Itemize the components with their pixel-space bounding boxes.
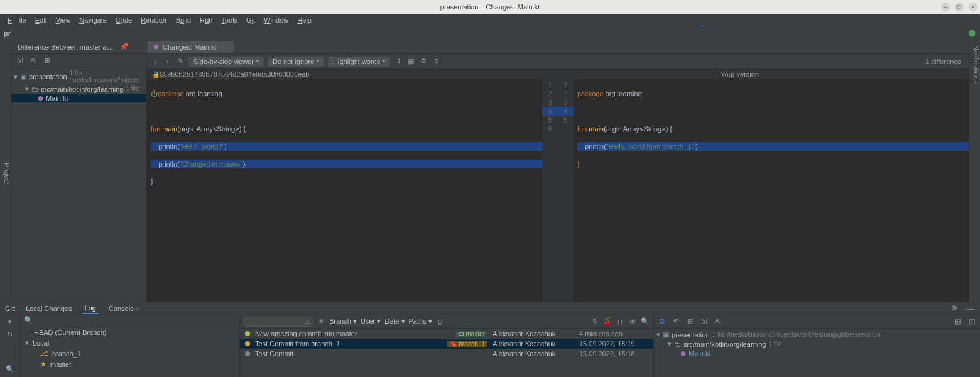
hide-icon[interactable]: —	[966, 304, 975, 313]
options-icon[interactable]: ↕↕	[616, 317, 624, 326]
tab-console[interactable]: Console »	[106, 303, 143, 314]
commit-row[interactable]: Test CommitAleksandr Kozachuk15.09.2022,…	[240, 349, 653, 359]
expand-icon[interactable]: ⇲	[699, 317, 708, 326]
highlight-dropdown[interactable]: Highlight words	[328, 57, 390, 67]
close-tab-icon[interactable]: —	[220, 43, 227, 51]
maximize-button[interactable]: □	[955, 3, 964, 11]
menu-help[interactable]: Help	[293, 15, 315, 25]
tree-file[interactable]: ⬢ Main.kt	[654, 349, 980, 358]
commit-author: Aleksandr Kozachuk	[493, 350, 574, 358]
intellisort-icon[interactable]: ⎙	[436, 317, 445, 326]
menu-window[interactable]: Window	[260, 15, 292, 25]
branch-icon: ⎇	[40, 349, 48, 358]
refresh-icon[interactable]: ↻	[6, 330, 14, 339]
left-tool-stripe[interactable]: Project	[0, 40, 11, 302]
right-pane[interactable]: package org.learning fun main(args: Arra…	[574, 79, 969, 302]
next-change-icon[interactable]: ↑	[163, 57, 172, 66]
commit-row[interactable]: New amazing commit into master🏷 masterAl…	[240, 329, 653, 339]
commit-message: Test Commit from branch_1	[255, 340, 442, 347]
diff-icon[interactable]: ⧉	[658, 317, 667, 326]
menu-view[interactable]: View	[52, 15, 75, 25]
filter-icon[interactable]: ⛬	[303, 317, 312, 326]
sidebar-toolbar: ⇲ ⇱ ⊞	[11, 54, 146, 68]
pin-icon[interactable]: 📌	[120, 43, 129, 51]
tree-folder[interactable]: ▾ 🗀 src/main/kotlin/org/learning 1 file	[11, 84, 146, 94]
viewer-dropdown[interactable]: Side-by-side viewer	[188, 57, 264, 67]
view-icon[interactable]: 👁	[628, 317, 637, 326]
collapse-icon[interactable]: ⇱	[713, 317, 722, 326]
tree-file[interactable]: ⬢ Main.kt	[11, 94, 146, 102]
branch-item[interactable]: ★master	[20, 359, 239, 369]
prev-change-icon[interactable]: ↓	[151, 57, 160, 66]
filter-user[interactable]: User ▾	[361, 317, 381, 325]
tab-log[interactable]: Log	[82, 303, 99, 314]
diff-toolbar: ↓ ↑ ✎ Side-by-side viewer Do not ignore …	[147, 54, 969, 69]
diff-count: 1 difference	[925, 58, 965, 65]
menu-git[interactable]: Git	[242, 15, 259, 25]
refresh-icon[interactable]: ↻	[591, 317, 599, 326]
menu-file[interactable]: File	[4, 15, 30, 25]
bottom-body: ✦ ↻ 🔍 🔍 HEAD (Current Branch) ▾Local ⎇br…	[0, 315, 980, 377]
collapse-icon[interactable]: ⇱	[29, 57, 38, 65]
commit-hash: 559b0b2b1488b787564d2a84e9dad0ff6d086eab	[160, 70, 309, 78]
branch-tag: 🔖 branch_1	[447, 341, 487, 347]
branch-item[interactable]: ⎇branch_1	[20, 348, 239, 359]
group-icon[interactable]: ⊞	[43, 57, 52, 65]
ignore-dropdown[interactable]: Do not ignore	[268, 57, 324, 67]
commit-dot-icon	[245, 351, 250, 356]
search-icon[interactable]: 🔍	[6, 364, 14, 373]
folder-icon: 🗀	[31, 85, 38, 93]
tree-folder[interactable]: ▾ 🗀 src/main/kotlin/org/learning 1 file	[654, 339, 980, 349]
kotlin-file-icon: ⬢	[38, 95, 43, 102]
group-icon[interactable]: ⊞	[685, 317, 694, 326]
layout-icon[interactable]: ◫	[967, 317, 976, 326]
find-icon[interactable]: 🔍	[641, 317, 650, 326]
filter-paths[interactable]: Paths ▾	[409, 317, 432, 325]
branch-search[interactable]: 🔍	[20, 315, 239, 327]
revert-icon[interactable]: ↶	[672, 317, 680, 326]
menu-edit[interactable]: Edit	[31, 15, 51, 25]
right-tool-stripe[interactable]: Notifications	[969, 40, 980, 302]
gear-icon[interactable]: ⚙	[950, 304, 959, 313]
regex-icon[interactable]: ✳	[317, 317, 325, 326]
revision-bar: 🔒 559b0b2b1488b787564d2a84e9dad0ff6d086e…	[147, 69, 969, 79]
branch-local-group[interactable]: ▾Local	[20, 337, 239, 348]
menu-tools[interactable]: Tools	[217, 15, 241, 25]
filter-branch[interactable]: Branch ▾	[329, 317, 357, 325]
left-code[interactable]: ⏻package org.learning fun main(args: Arr…	[147, 79, 542, 302]
tab-diff[interactable]: Difference Between master and branch_1 📌…	[11, 41, 146, 53]
tree-root[interactable]: ▾▣ presentation 1 file /media/kursornn/P…	[11, 69, 146, 84]
tab-changes[interactable]: ⬢ Changes: Main.kt —	[147, 41, 234, 53]
tab-local-changes[interactable]: Local Changes	[23, 303, 74, 314]
left-pane[interactable]: ⏻package org.learning fun main(args: Arr…	[147, 79, 542, 302]
ide-updates-icon[interactable]: ⬤	[967, 29, 976, 38]
collapse-unchanged-icon[interactable]: ⇕	[394, 57, 403, 66]
cherry-pick-icon[interactable]: 🍒	[603, 317, 612, 326]
right-code[interactable]: package org.learning fun main(args: Arra…	[574, 79, 969, 302]
expand-icon[interactable]: ⇲	[15, 57, 24, 65]
menu-code[interactable]: Code	[112, 15, 136, 25]
star-icon: ★	[40, 360, 46, 368]
sync-scroll-icon[interactable]: ▦	[406, 57, 415, 66]
menu-refactor[interactable]: Refactor	[137, 15, 171, 25]
window-title: presentation – Changes: Main.kt	[440, 3, 540, 11]
minimize-button[interactable]: –	[941, 3, 950, 11]
menu-run[interactable]: Run	[196, 15, 216, 25]
bottom-panel: Git: Local Changes Log Console » ⚙ — ✦ ↻…	[0, 302, 980, 377]
menu-navigate[interactable]: Navigate	[75, 15, 110, 25]
filter-date[interactable]: Date ▾	[384, 317, 405, 325]
mid-gutter: 123456 12345	[542, 79, 574, 302]
mid-gutter-right: 12345	[558, 79, 574, 302]
menu-build[interactable]: Build	[172, 15, 195, 25]
star-branch-icon[interactable]: ✦	[6, 317, 14, 326]
commit-dot-icon	[245, 341, 250, 346]
preview-icon[interactable]: ▤	[954, 317, 962, 326]
jump-source-icon[interactable]: ✎	[176, 57, 185, 66]
commit-row[interactable]: Test Commit from branch_1🔖 branch_1Aleks…	[240, 339, 653, 349]
branch-head[interactable]: HEAD (Current Branch)	[20, 327, 239, 337]
close-tab-icon[interactable]: —	[133, 43, 139, 51]
help-icon[interactable]: ?	[432, 57, 440, 66]
settings-icon[interactable]: ⚙	[419, 57, 428, 66]
tree-root[interactable]: ▾▣ presentation 1 file /media/kursornn/P…	[654, 330, 980, 339]
close-button[interactable]: ×	[969, 3, 977, 11]
